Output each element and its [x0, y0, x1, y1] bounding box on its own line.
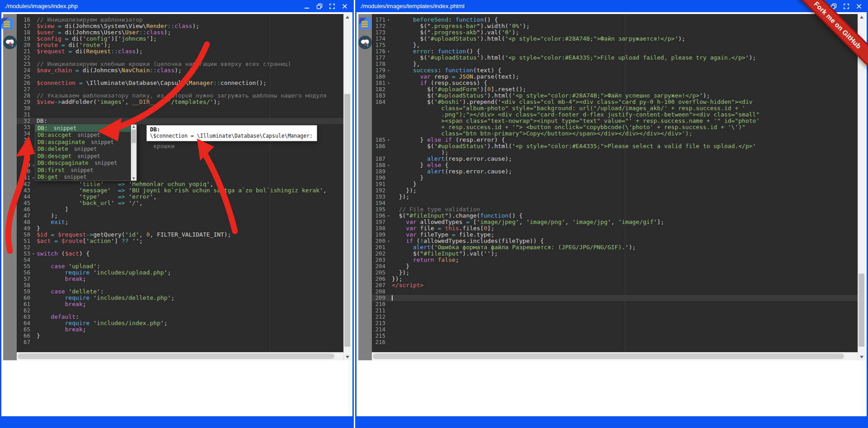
- code-line: 28// Указываем шаблонизатору папку, из к…: [17, 93, 343, 99]
- icon-rail: [3, 14, 17, 360]
- code-editor[interactable]: 16// Инициализируем шаблонизатор17$view …: [17, 14, 343, 352]
- code-line: 175 },: [372, 42, 858, 48]
- snippet-tooltip-body: \$connection = \Illuminate\Database\Caps…: [150, 133, 314, 139]
- cloud-sync-icon[interactable]: [358, 36, 372, 49]
- vertical-scrollbar[interactable]: [343, 14, 351, 360]
- text-cursor: [392, 295, 393, 301]
- close-icon[interactable]: [341, 3, 348, 10]
- snippet-tooltip-title: DB:: [150, 126, 314, 133]
- code-line: 199 var fileType = file.type;: [372, 232, 858, 238]
- code-line: 203 return false;: [372, 257, 858, 263]
- code-line: 49}: [17, 225, 343, 232]
- horizontal-scrollbar[interactable]: [17, 352, 343, 360]
- code-line: 185▾ } else if (resp.error) {: [372, 137, 858, 143]
- code-line: 50$id = $request->getQuery('id', 0, FILT…: [17, 232, 343, 238]
- code-line: 186 $('#uploadStatus').html('<p style="c…: [372, 143, 858, 149]
- code-line: 194: [372, 200, 858, 206]
- code-line: 188▾ } else {: [372, 162, 858, 168]
- code-line: 23// Инициализируем хлебные крошки (цепо…: [17, 61, 343, 67]
- code-line: 22: [17, 55, 343, 61]
- fullscreen-icon[interactable]: [843, 3, 850, 10]
- autocomplete-item[interactable]: DB:asccgetsnippet: [35, 132, 131, 139]
- code-line: 32DB:: [17, 118, 343, 124]
- code-line: 45 'back_url' => '/',: [17, 200, 343, 206]
- code-line: + resp.success.id + '"> <button onclick=…: [372, 124, 858, 130]
- code-line: 200▾ if (!allowedTypes.includes(fileType…: [372, 238, 858, 244]
- scroll-thumb[interactable]: [18, 354, 334, 359]
- code-line: 208: [372, 288, 858, 295]
- autocomplete-item[interactable]: DB:descpaginatesnippet: [35, 160, 131, 167]
- code-line: 196▾ $("#fileInput").change(function() {: [372, 213, 858, 219]
- autocomplete-item[interactable]: DB:descgetsnippet: [35, 153, 131, 160]
- code-editor[interactable]: 171▾ beforeSend: function() {172 $(".pro…: [372, 14, 858, 352]
- scroll-down-arrow-icon[interactable]: [858, 354, 865, 360]
- scroll-thumb[interactable]: [859, 274, 864, 347]
- scroll-down-arrow-icon[interactable]: [344, 354, 351, 360]
- autocomplete-item[interactable]: DB:firstsnippet: [35, 167, 131, 174]
- code-line: 178 },: [372, 61, 858, 67]
- code-line: 61 break;: [17, 301, 343, 307]
- titlebar-left[interactable]: ./modules/images/index.php: [0, 0, 354, 12]
- fullscreen-icon[interactable]: [328, 3, 336, 10]
- code-line: 201 alert('Ошибка формата файла Разрешае…: [372, 244, 858, 251]
- code-line: 206});: [372, 276, 858, 282]
- code-line: 27: [17, 86, 343, 93]
- scroll-thumb[interactable]: [373, 354, 844, 359]
- minimize-icon[interactable]: [303, 3, 310, 10]
- code-line: 17$view = di(Johncms\System\View\Render:…: [17, 23, 343, 29]
- code-line: 190 }: [372, 175, 858, 181]
- code-line: 18$user = di(Johncms\Users\User::class);: [17, 29, 343, 36]
- code-line: 212: [372, 314, 858, 320]
- close-icon[interactable]: [855, 3, 863, 10]
- code-line: 54: [17, 257, 343, 263]
- code-line: 214: [372, 326, 858, 333]
- code-line: 213: [372, 320, 858, 326]
- window-controls: [830, 3, 868, 10]
- code-line: 197 var allowedTypes = ['image/jpeg', 'i…: [372, 219, 858, 225]
- code-line: 46 ]: [17, 206, 343, 213]
- autocomplete-item[interactable]: DB:getsnippet: [35, 174, 131, 181]
- scroll-down-arrow-icon[interactable]: [131, 176, 136, 181]
- window-title: ./modules/images/templates/index.phtml: [360, 3, 464, 9]
- code-line: 58: [17, 282, 343, 288]
- titlebar-right[interactable]: ./modules/images/templates/index.phtml: [355, 0, 868, 12]
- code-line: 189 alert(resp.error.cause);: [372, 168, 858, 175]
- code-line: ><span class="text-nowrap"><input type="…: [372, 118, 858, 124]
- code-line: 191 }: [372, 181, 858, 187]
- docs-icon[interactable]: [359, 18, 371, 29]
- window-body: 171▾ beforeSend: function() {172 $(".pro…: [357, 12, 867, 416]
- code-line: 176▾ error: function() {: [372, 48, 858, 55]
- restore-icon[interactable]: [316, 3, 323, 10]
- scroll-up-arrow-icon[interactable]: [344, 14, 351, 21]
- code-line: 64 require 'includes/index.php';: [17, 320, 343, 326]
- scroll-up-arrow-icon[interactable]: [131, 125, 136, 129]
- snippet-tooltip: DB: \$connection = \Illuminate\Database\…: [146, 125, 317, 141]
- docs-icon[interactable]: [1, 18, 13, 29]
- code-line: 205 });: [372, 270, 858, 276]
- autocomplete-popup: DB:snippetDB:asccgetsnippetDB:ascpaginat…: [35, 124, 137, 181]
- icon-rail: [358, 14, 372, 360]
- scroll-thumb[interactable]: [344, 94, 350, 347]
- code-line: 67: [17, 339, 343, 345]
- code-line: 184 $('#boshi').prepend('<div class="col…: [372, 99, 858, 105]
- code-line: 43 'message' => 'BU joyni ko`rish uchun …: [17, 187, 343, 194]
- code-line: 31: [17, 112, 343, 118]
- code-line: 183 $('#uploadStatus').html('<p style="c…: [372, 93, 858, 99]
- code-line: 19$config = di('config')['johncms'];: [17, 36, 343, 42]
- autocomplete-item[interactable]: DB:snippet: [35, 125, 131, 132]
- code-line: 215: [372, 333, 858, 339]
- autocomplete-scrollbar[interactable]: [131, 125, 136, 181]
- scroll-thumb[interactable]: [131, 130, 136, 143]
- cloud-sync-icon[interactable]: [3, 36, 17, 49]
- autocomplete-item[interactable]: DB:ascpaginatesnippet: [35, 139, 131, 146]
- autocomplete-item[interactable]: DB:deletesnippet: [35, 146, 131, 153]
- code-line: 60 require 'includes/dellete.php';: [17, 295, 343, 301]
- code-line: 179▾ success: function(text) {: [372, 67, 858, 74]
- code-line: 47 );: [17, 213, 343, 219]
- code-line: 65 break;: [17, 326, 343, 333]
- horizontal-scrollbar[interactable]: [372, 352, 858, 360]
- code-line: 48 exit;: [17, 219, 343, 225]
- scroll-up-arrow-icon[interactable]: [858, 14, 865, 21]
- code-line: 21$request = di(Request::class);: [17, 48, 343, 55]
- vertical-scrollbar[interactable]: [858, 14, 865, 360]
